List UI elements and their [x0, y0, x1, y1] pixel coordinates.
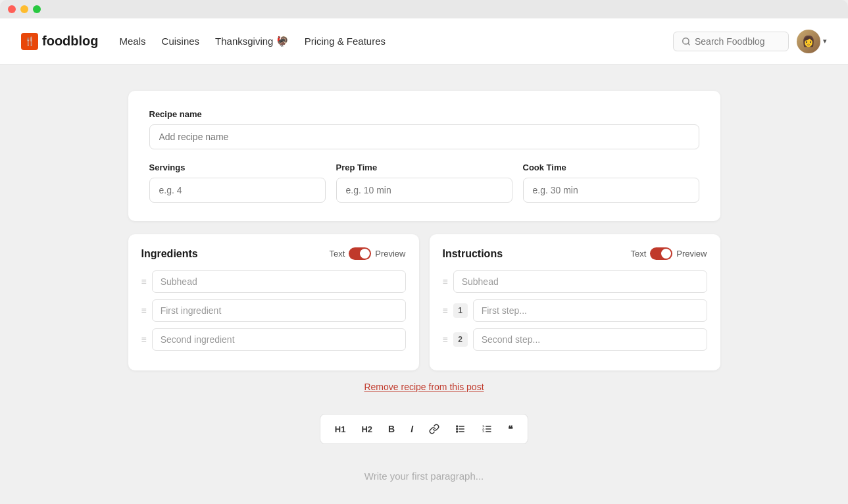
instruction-2-input[interactable]: [473, 328, 707, 351]
center-container: Recipe name Servings Prep Time Cook Time: [128, 91, 720, 495]
main-content: Recipe name Servings Prep Time Cook Time: [0, 64, 848, 504]
avatar: 👩: [797, 30, 820, 53]
window-chrome: [0, 0, 848, 18]
maximize-button[interactable]: [33, 5, 41, 13]
editor-section: H1 H2 B I: [128, 414, 720, 495]
ingredients-text-label: Text: [329, 249, 345, 259]
editor-area[interactable]: Write your first paragraph...: [128, 457, 720, 495]
servings-input[interactable]: [149, 178, 326, 203]
prep-time-group: Prep Time: [336, 163, 512, 203]
servings-label: Servings: [149, 163, 326, 172]
recipe-card: Recipe name Servings Prep Time Cook Time: [128, 91, 720, 221]
nav-link-thanksgiving[interactable]: Thanksgiving 🦃: [215, 36, 289, 47]
instructions-panel-header: Instructions Text Preview: [443, 247, 707, 260]
instructions-toggle-group: Text Preview: [630, 247, 707, 260]
ingredient-row-2: ≡: [141, 328, 406, 351]
step-number-2: 2: [453, 332, 468, 347]
toolbar-quote-button[interactable]: ❝: [501, 420, 520, 438]
step-number-1: 1: [453, 303, 468, 318]
cook-time-group: Cook Time: [523, 163, 699, 203]
ingredient-row-1: ≡: [141, 299, 406, 322]
drag-handle-icon[interactable]: ≡: [141, 276, 147, 287]
ingredient-subhead-input[interactable]: [152, 270, 406, 293]
toolbar-ordered-list-button[interactable]: 1. 2. 3.: [475, 420, 499, 438]
remove-link-container: Remove recipe from this post: [128, 381, 720, 393]
ingredients-panel-header: Ingredients Text Preview: [141, 247, 406, 260]
recipe-name-group: Recipe name: [149, 109, 699, 149]
nav-links: Meals Cuisines Thanksgiving 🦃 Pricing & …: [120, 36, 386, 47]
recipe-name-label: Recipe name: [149, 109, 699, 119]
instruction-row-2: ≡ 2: [443, 328, 707, 351]
nav-link-pricing[interactable]: Pricing & Features: [305, 36, 386, 47]
search-icon: [682, 37, 691, 46]
toolbar-italic-button[interactable]: I: [404, 420, 420, 438]
toolbar-h1-button[interactable]: H1: [328, 420, 353, 438]
recipe-name-input[interactable]: [149, 124, 699, 149]
search-input[interactable]: [695, 36, 780, 47]
ingredients-panel: Ingredients Text Preview ≡ ≡: [128, 234, 419, 370]
instruction-row-subhead: ≡: [443, 270, 707, 293]
avatar-wrapper[interactable]: 👩 ▾: [797, 30, 827, 53]
instructions-panel: Instructions Text Preview ≡ ≡ 1: [430, 234, 720, 370]
search-box: [673, 32, 789, 51]
ingredient-2-input[interactable]: [152, 328, 406, 351]
panels-row: Ingredients Text Preview ≡ ≡: [128, 234, 720, 370]
ingredients-toggle-group: Text Preview: [329, 247, 405, 260]
instructions-toggle[interactable]: [650, 247, 672, 260]
navbar-left: 🍴 foodblog Meals Cuisines Thanksgiving 🦃…: [21, 33, 386, 50]
logo-text: foodblog: [42, 34, 99, 49]
ingredients-preview-label: Preview: [375, 249, 405, 259]
instruction-1-input[interactable]: [473, 299, 707, 322]
nav-link-meals[interactable]: Meals: [120, 36, 146, 47]
svg-point-6: [457, 428, 458, 430]
toolbar-h2-button[interactable]: H2: [355, 420, 379, 438]
toolbar-link-button[interactable]: [422, 420, 446, 438]
logo[interactable]: 🍴 foodblog: [21, 33, 99, 50]
cook-time-label: Cook Time: [523, 163, 699, 172]
nav-link-cuisines[interactable]: Cuisines: [162, 36, 200, 47]
ingredient-row-subhead: ≡: [141, 270, 406, 293]
instruction-subhead-input[interactable]: [453, 270, 707, 293]
svg-point-7: [457, 431, 458, 432]
chevron-down-icon: ▾: [823, 37, 827, 45]
drag-handle-icon[interactable]: ≡: [443, 334, 448, 345]
remove-recipe-link[interactable]: Remove recipe from this post: [364, 382, 484, 392]
svg-text:3.: 3.: [482, 430, 484, 433]
navbar: 🍴 foodblog Meals Cuisines Thanksgiving 🦃…: [0, 18, 848, 64]
editor-placeholder: Write your first paragraph...: [364, 470, 484, 482]
navbar-right: 👩 ▾: [673, 30, 827, 53]
time-fields: Servings Prep Time Cook Time: [149, 163, 699, 203]
drag-handle-icon[interactable]: ≡: [443, 305, 448, 316]
svg-line-1: [688, 43, 690, 45]
minimize-button[interactable]: [20, 5, 28, 13]
servings-group: Servings: [149, 163, 326, 203]
instructions-text-label: Text: [630, 249, 646, 259]
editor-toolbar: H1 H2 B I: [320, 414, 528, 444]
prep-time-input[interactable]: [336, 178, 512, 203]
toolbar-unordered-list-button[interactable]: [449, 420, 472, 438]
toolbar-bold-button[interactable]: B: [382, 420, 401, 438]
close-button[interactable]: [8, 5, 16, 13]
prep-time-label: Prep Time: [336, 163, 512, 172]
drag-handle-icon[interactable]: ≡: [141, 334, 147, 345]
ingredients-toggle[interactable]: [349, 247, 371, 260]
instructions-preview-label: Preview: [676, 249, 707, 259]
instruction-row-1: ≡ 1: [443, 299, 707, 322]
drag-handle-icon[interactable]: ≡: [141, 305, 147, 316]
ingredients-title: Ingredients: [141, 248, 198, 260]
svg-point-5: [457, 426, 458, 427]
logo-icon: 🍴: [21, 33, 38, 50]
drag-handle-icon[interactable]: ≡: [443, 276, 448, 287]
ingredient-1-input[interactable]: [152, 299, 406, 322]
instructions-title: Instructions: [443, 248, 503, 260]
cook-time-input[interactable]: [523, 178, 699, 203]
